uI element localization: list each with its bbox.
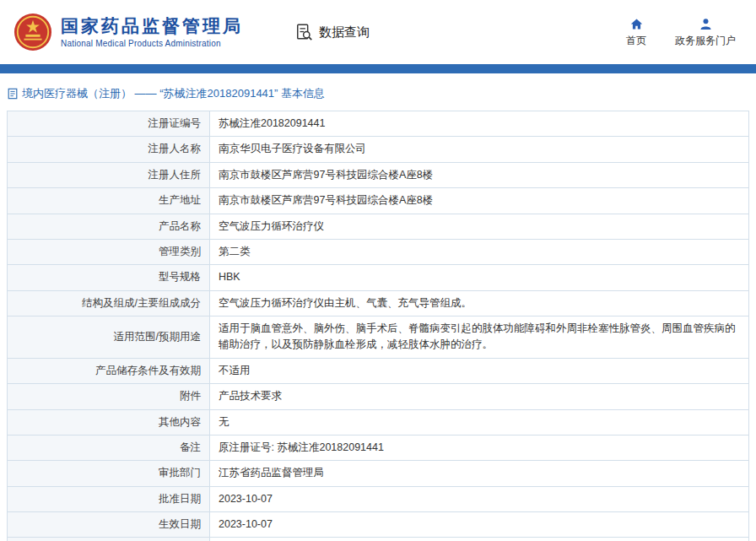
portal-link[interactable]: 政务服务门户 <box>675 17 736 48</box>
table-row: 型号规格HBK <box>8 265 749 290</box>
table-row: 其他内容无 <box>8 409 749 435</box>
row-label: 产品名称 <box>8 214 210 239</box>
row-value: 南京市鼓楼区芦席营97号科技园综合楼A座8楼 <box>210 188 749 214</box>
table-row: 注册证编号苏械注准20182091441 <box>8 111 749 137</box>
table-row: 注册人住所南京市鼓楼区芦席营97号科技园综合楼A座8楼 <box>8 162 749 187</box>
row-label: 注册人住所 <box>8 162 210 187</box>
agency-name: 国家药品监督管理局 <box>61 16 243 36</box>
table-row: 管理类别第二类 <box>8 239 749 264</box>
table-row: 产品储存条件及有效期不适用 <box>8 358 749 383</box>
row-value: 2028-10-06 <box>210 538 749 541</box>
header-links: 首页 政务服务门户 <box>626 17 739 48</box>
registration-info-table: 注册证编号苏械注准20182091441注册人名称南京华贝电子医疗设备有限公司注… <box>7 111 749 541</box>
table-row: 生产地址南京市鼓楼区芦席营97号科技园综合楼A座8楼 <box>8 188 749 214</box>
row-label: 产品储存条件及有效期 <box>8 358 210 383</box>
row-value: 无 <box>210 409 749 435</box>
row-value: 第二类 <box>210 239 749 264</box>
row-value: 江苏省药品监督管理局 <box>210 461 749 486</box>
table-row: 备注原注册证号: 苏械注准20182091441 <box>8 435 749 460</box>
table-row: 生效日期2023-10-07 <box>8 512 749 538</box>
data-query-icon <box>295 23 314 41</box>
row-label: 适用范围/预期用途 <box>8 316 210 359</box>
document-icon <box>7 88 19 100</box>
agency-logo-text: 国家药品监督管理局 National Medical Products Admi… <box>61 16 243 48</box>
row-value: 苏械注准20182091441 <box>210 111 749 137</box>
row-value: 南京华贝电子医疗设备有限公司 <box>210 137 749 162</box>
table-row: 附件产品技术要求 <box>8 384 749 409</box>
row-value: HBK <box>210 265 749 290</box>
row-value: 空气波压力循环治疗仪由主机、气囊、充气导管组成。 <box>210 290 749 316</box>
row-label: 有效期至 <box>8 538 210 541</box>
table-row: 批准日期2023-10-07 <box>8 486 749 511</box>
row-label: 备注 <box>8 435 210 460</box>
data-query-label: 数据查询 <box>319 24 370 41</box>
site-header: 国家药品监督管理局 National Medical Products Admi… <box>0 0 756 64</box>
row-label: 生产地址 <box>8 188 210 214</box>
table-row: 审批部门江苏省药品监督管理局 <box>8 461 749 486</box>
table-row: 注册人名称南京华贝电子医疗设备有限公司 <box>8 137 749 162</box>
agency-name-en: National Medical Products Administration <box>61 39 243 48</box>
row-value: 不适用 <box>210 358 749 383</box>
person-icon <box>699 17 713 31</box>
home-label: 首页 <box>626 34 646 48</box>
row-label: 批准日期 <box>8 486 210 511</box>
row-value: 2023-10-07 <box>210 486 749 511</box>
national-emblem-icon <box>14 13 52 51</box>
row-label: 生效日期 <box>8 512 210 538</box>
table-row: 适用范围/预期用途适用于脑血管意外、脑外伤、脑手术后、脊髓病变引起的肢体功能障碍… <box>8 316 749 359</box>
data-query-title: 数据查询 <box>295 23 370 41</box>
table-row: 产品名称空气波压力循环治疗仪 <box>8 214 749 239</box>
breadcrumb-text: 境内医疗器械（注册） —— “苏械注准20182091441” 基本信息 <box>22 86 325 101</box>
row-label: 附件 <box>8 384 210 409</box>
row-label: 注册证编号 <box>8 111 210 137</box>
row-value: 南京市鼓楼区芦席营97号科技园综合楼A座8楼 <box>210 162 749 187</box>
table-row: 结构及组成/主要组成成分空气波压力循环治疗仪由主机、气囊、充气导管组成。 <box>8 290 749 316</box>
row-label: 管理类别 <box>8 239 210 264</box>
row-value: 2023-10-07 <box>210 512 749 538</box>
header-divider-bar <box>0 64 756 73</box>
row-label: 审批部门 <box>8 461 210 486</box>
home-link[interactable]: 首页 <box>626 17 646 48</box>
row-label: 结构及组成/主要组成成分 <box>8 290 210 316</box>
home-icon <box>629 17 644 31</box>
row-value: 空气波压力循环治疗仪 <box>210 214 749 239</box>
breadcrumb: 境内医疗器械（注册） —— “苏械注准20182091441” 基本信息 <box>0 73 756 111</box>
row-value: 原注册证号: 苏械注准20182091441 <box>210 435 749 460</box>
row-value: 适用于脑血管意外、脑外伤、脑手术后、脊髓病变引起的肢体功能障碍和外周非栓塞性脉管… <box>210 316 749 359</box>
row-value: 产品技术要求 <box>210 384 749 409</box>
table-row: 有效期至2028-10-06 <box>8 538 749 541</box>
info-table-body: 注册证编号苏械注准20182091441注册人名称南京华贝电子医疗设备有限公司注… <box>8 111 749 541</box>
row-label: 注册人名称 <box>8 137 210 162</box>
portal-label: 政务服务门户 <box>675 34 736 48</box>
row-label: 其他内容 <box>8 409 210 435</box>
row-label: 型号规格 <box>8 265 210 290</box>
